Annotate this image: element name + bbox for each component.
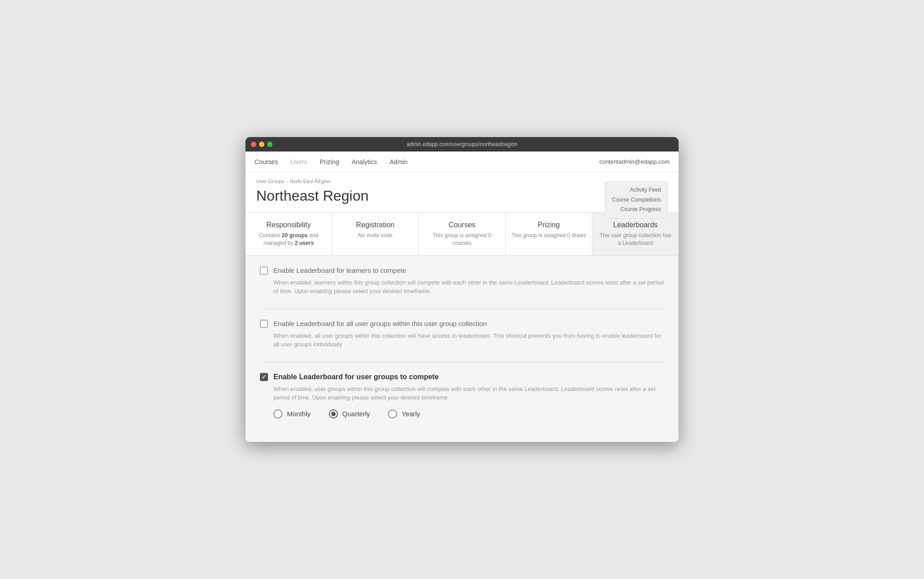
radio-yearly-circle xyxy=(388,409,397,418)
page-content: User Groups › North East REgion Northeas… xyxy=(245,172,679,442)
tab-leaderboards[interactable]: Leaderboards This user group collection … xyxy=(592,213,679,255)
tab-registration[interactable]: Registration No invite code xyxy=(332,213,419,255)
breadcrumb-parent[interactable]: User Groups xyxy=(256,179,284,184)
option-header-1: Enable Leaderboard for learners to compe… xyxy=(260,267,664,275)
close-button[interactable] xyxy=(251,142,256,147)
nav-items: Courses Users Prizing Analytics Admin xyxy=(254,156,599,167)
option-label-3: Enable Leaderboard for user groups to co… xyxy=(273,373,439,381)
checkbox-2[interactable] xyxy=(260,320,268,328)
header-actions: Activity Feed Course Completions Course … xyxy=(605,181,668,219)
radio-group: Monthly Quarterly Yearly xyxy=(273,409,664,418)
traffic-lights xyxy=(251,142,273,147)
option-row-1: Enable Leaderboard for learners to compe… xyxy=(260,267,664,296)
navbar: Courses Users Prizing Analytics Admin co… xyxy=(245,152,679,172)
option-desc-1: When enabled, learners within this group… xyxy=(273,278,664,296)
tab-courses-desc: This group is assigned 0 courses xyxy=(424,232,499,247)
option-row-2: Enable Leaderboard for all user groups w… xyxy=(260,320,664,349)
minimize-button[interactable] xyxy=(259,142,264,147)
tabs-bar: Responsibility Contains 20 groups and ma… xyxy=(245,213,679,256)
radio-quarterly-label: Quarterly xyxy=(342,410,370,418)
tab-registration-desc: No invite code xyxy=(337,232,413,239)
checkbox-1[interactable] xyxy=(260,267,268,275)
divider-2 xyxy=(260,362,664,362)
tab-registration-title: Registration xyxy=(337,221,413,229)
page-header: User Groups › North East REgion Northeas… xyxy=(245,172,679,213)
tab-responsibility-desc: Contains 20 groups and managed by 2 user… xyxy=(251,232,326,247)
tab-courses-title: Courses xyxy=(424,221,499,229)
radio-quarterly-circle xyxy=(329,409,338,418)
nav-users[interactable]: Users xyxy=(291,156,307,167)
nav-admin[interactable]: Admin xyxy=(390,156,408,167)
tab-prizing[interactable]: Prizing This group is assigned 0 draws xyxy=(506,213,592,255)
option-desc-2: When enabled, all user groups within thi… xyxy=(273,331,664,349)
user-email: contentadmin@edapp.com xyxy=(599,158,670,165)
tab-leaderboards-desc: This user group collection has a Leaderb… xyxy=(598,232,673,247)
breadcrumb-current: North East REgion xyxy=(290,179,331,184)
nav-courses[interactable]: Courses xyxy=(254,156,278,167)
tab-responsibility[interactable]: Responsibility Contains 20 groups and ma… xyxy=(245,213,332,255)
radio-monthly[interactable]: Monthly xyxy=(273,409,311,418)
nav-analytics[interactable]: Analytics xyxy=(352,156,377,167)
titlebar: admin.edapp.com/usergroups/northeastregi… xyxy=(245,137,679,152)
tab-leaderboards-title: Leaderboards xyxy=(598,221,673,229)
tab-responsibility-title: Responsibility xyxy=(251,221,326,229)
option-header-2: Enable Leaderboard for all user groups w… xyxy=(260,320,664,328)
option-row-3: Enable Leaderboard for user groups to co… xyxy=(260,373,664,418)
nav-prizing[interactable]: Prizing xyxy=(320,156,339,167)
option-label-1: Enable Leaderboard for learners to compe… xyxy=(273,267,406,274)
tab-courses[interactable]: Courses This group is assigned 0 courses xyxy=(419,213,505,255)
radio-yearly[interactable]: Yearly xyxy=(388,409,420,418)
tab-prizing-title: Prizing xyxy=(511,221,587,229)
main-content: Enable Leaderboard for learners to compe… xyxy=(245,256,679,442)
tab-prizing-desc: This group is assigned 0 draws xyxy=(511,232,587,239)
checkbox-3[interactable] xyxy=(260,373,268,381)
option-desc-3: When enabled, user groups within this gr… xyxy=(273,385,664,402)
option-header-3: Enable Leaderboard for user groups to co… xyxy=(260,373,664,381)
app-window: admin.edapp.com/usergroups/northeastregi… xyxy=(245,137,679,442)
maximize-button[interactable] xyxy=(267,142,273,147)
divider-1 xyxy=(260,308,664,309)
radio-monthly-circle xyxy=(273,409,282,418)
course-progress-link[interactable]: Course Progress xyxy=(612,205,661,215)
course-completions-link[interactable]: Course Completions xyxy=(612,195,661,205)
activity-feed-link[interactable]: Activity Feed xyxy=(612,185,661,195)
radio-yearly-label: Yearly xyxy=(402,410,420,418)
radio-quarterly[interactable]: Quarterly xyxy=(329,409,370,418)
breadcrumb-separator: › xyxy=(286,179,288,184)
url-bar: admin.edapp.com/usergroups/northeastregi… xyxy=(407,141,517,147)
option-label-2: Enable Leaderboard for all user groups w… xyxy=(273,320,487,327)
radio-monthly-label: Monthly xyxy=(287,410,311,418)
